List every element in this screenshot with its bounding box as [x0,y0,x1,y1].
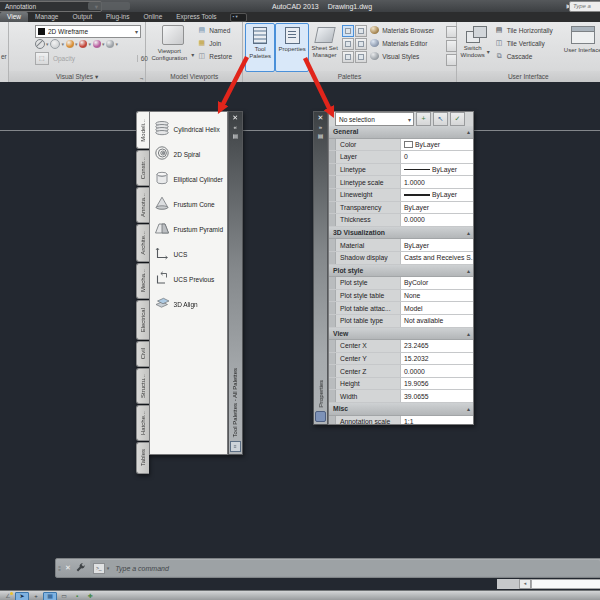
command-line-bar[interactable]: ⁞⁞ ✕ >_ ▾ Type a command [55,558,600,578]
property-row[interactable]: Annotation scale1:1 [329,416,473,425]
materials-browser-button[interactable]: Materials Browser [370,24,434,36]
palette-cell-button-3[interactable] [342,38,354,50]
panel-launcher-icon[interactable]: ¬ [140,75,144,81]
tool-palette-item[interactable]: Elliptical Cylinder [150,167,227,192]
selection-dropdown[interactable]: No selection [335,112,414,126]
viewport-configuration-button[interactable]: Viewport Configuration [149,23,196,69]
property-row[interactable]: MaterialByLayer [329,239,473,252]
section-header-3d-visualization[interactable]: 3D Visualization [329,227,473,240]
ribbon-tab-express-tools[interactable]: Express Tools [169,12,223,22]
gray-sphere-icon[interactable] [106,40,114,48]
palette-tab-electrical[interactable]: Electrical [136,300,149,340]
section-header-misc[interactable]: Misc [329,403,473,416]
property-row[interactable]: Width39.0655 [329,390,473,403]
chevron-down-icon[interactable]: ▾ [102,41,105,47]
restore-viewports-button[interactable]: ◫ Restore [197,50,232,62]
palette-menu-icon[interactable]: ▤ [232,132,238,141]
join-viewports-button[interactable]: ▦ Join [197,37,232,49]
properties-titlebar[interactable]: ✕ » ▤ Properties [313,111,328,425]
properties-bottom-icon[interactable] [315,411,326,422]
ribbon-tab-plug-ins[interactable]: Plug-ins [99,12,136,22]
chevron-down-icon[interactable]: ▾ [88,41,91,47]
property-row[interactable]: Center X23.2465 [329,340,473,353]
palette-tab-annota[interactable]: Annota... [136,187,149,223]
tool-palette-item[interactable]: Frustum Pyramid [150,217,227,242]
property-row[interactable]: TransparencyByLayer [329,202,473,215]
property-row[interactable]: Center Z0.0000 [329,365,473,378]
tool-palette-item[interactable]: UCS [150,242,227,267]
properties-button[interactable]: Properties [275,23,309,72]
ribbon-options-button[interactable] [230,13,247,22]
infer-constraints-toggle[interactable]: ∠ [2,592,14,600]
pickadd-toggle-button[interactable]: + [416,112,431,126]
section-header-general[interactable]: General [329,126,473,139]
scroll-left-button[interactable]: ◂ [519,579,531,589]
property-value[interactable]: ByLayer [400,239,473,251]
panel-label-user-interface[interactable]: User Interface [457,71,600,82]
property-value[interactable]: Model [400,302,473,314]
property-value[interactable]: 19.9056 [400,378,473,390]
snap-mode-toggle[interactable]: ➤ [15,592,29,600]
panel-label-model-viewports[interactable]: Model Viewports [146,71,242,82]
property-row[interactable]: LinetypeByLayer [329,164,473,177]
horizontal-scrollbar[interactable] [531,579,600,589]
polar-tracking-toggle[interactable]: ▪ [71,592,83,600]
property-row[interactable]: ColorByLayer [329,139,473,152]
property-row[interactable]: Thickness0.0000 [329,214,473,227]
tool-palette-titlebar[interactable]: ✕ « ▤ Tool Palettes - All Palettes ≡ [228,111,243,455]
palette-tab-civil[interactable]: Civil [136,341,149,367]
property-value[interactable]: 15.2032 [400,353,473,365]
palette-cell-button-2[interactable] [355,25,367,37]
palette-cell-button-5[interactable] [342,51,354,63]
property-row[interactable]: Height19.9056 [329,378,473,391]
auto-hide-icon[interactable]: « [234,123,237,132]
tile-horizontally-button[interactable]: ▤ Tile Horizontally [495,24,553,36]
palette-tab-constr[interactable]: Constr... [136,150,149,186]
tool-palette-item[interactable]: Cylindrical Helix [150,117,227,142]
chevron-down-icon[interactable]: ▾ [75,41,78,47]
grid-snap-toggle[interactable]: + [30,592,42,600]
texture-sphere-icon[interactable] [93,40,101,48]
tool-palettes-button[interactable]: Tool Palettes [245,23,275,72]
xray-toggle-button[interactable]: ⬚ [35,52,49,65]
close-icon[interactable]: ✕ [232,112,238,123]
property-value[interactable]: ByLayer [400,189,473,201]
property-row[interactable]: Plot styleByColor [329,277,473,290]
panel-label-palettes[interactable]: Palettes [243,71,456,82]
grid-display-toggle[interactable]: ▦ [43,592,57,600]
property-value[interactable]: 0 [400,151,473,163]
side-tool-button-2[interactable] [446,40,457,52]
chevron-down-icon[interactable]: ▾ [46,41,49,47]
close-icon[interactable]: ✕ [62,564,74,572]
palette-tab-modeli[interactable]: Modeli... [136,111,149,149]
property-value[interactable]: 0.0000 [400,365,473,377]
ribbon-tab-view[interactable]: View [0,12,28,22]
palette-tab-mecha[interactable]: Mecha... [136,263,149,299]
chevron-down-icon[interactable]: ▾ [115,41,118,47]
palette-cell-button-4[interactable] [355,38,367,50]
property-value[interactable]: None [400,290,473,302]
property-value[interactable]: ByColor [400,277,473,289]
palette-tab-archite[interactable]: Archite... [136,224,149,262]
tool-palette-item[interactable]: 2D Spiral [150,142,227,167]
property-row[interactable]: Linetype scale1.0000 [329,176,473,189]
property-row[interactable]: Shadow displayCasts and Receives S... [329,252,473,265]
property-row[interactable]: Plot style tableNone [329,290,473,303]
property-row[interactable]: Layer0 [329,151,473,164]
ribbon-tab-online[interactable]: Online [136,12,169,22]
property-value[interactable]: Casts and Receives S... [400,252,473,264]
panel-label-visual-styles[interactable]: Visual Styles ▾ [9,71,145,82]
palette-tab-hatche[interactable]: Hatche... [136,405,149,441]
close-icon[interactable]: ✕ [318,112,324,123]
ortho-mode-toggle[interactable]: ▭ [58,592,70,600]
shadows-off-icon[interactable] [35,39,45,49]
tool-palette-item[interactable]: Frustum Cone [150,192,227,217]
materials-editor-button[interactable]: Materials Editor [370,37,434,49]
property-row[interactable]: Center Y15.2032 [329,353,473,366]
cascade-button[interactable]: ⧉ Cascade [495,50,553,62]
named-viewports-button[interactable]: ▤ Named [197,24,232,36]
property-row[interactable]: Plot table attac...Model [329,302,473,315]
materials-on-icon[interactable] [66,40,74,48]
sheet-set-manager-button[interactable]: Sheet Set Manager [308,23,341,70]
switch-windows-button[interactable]: Switch Windows [461,23,492,70]
